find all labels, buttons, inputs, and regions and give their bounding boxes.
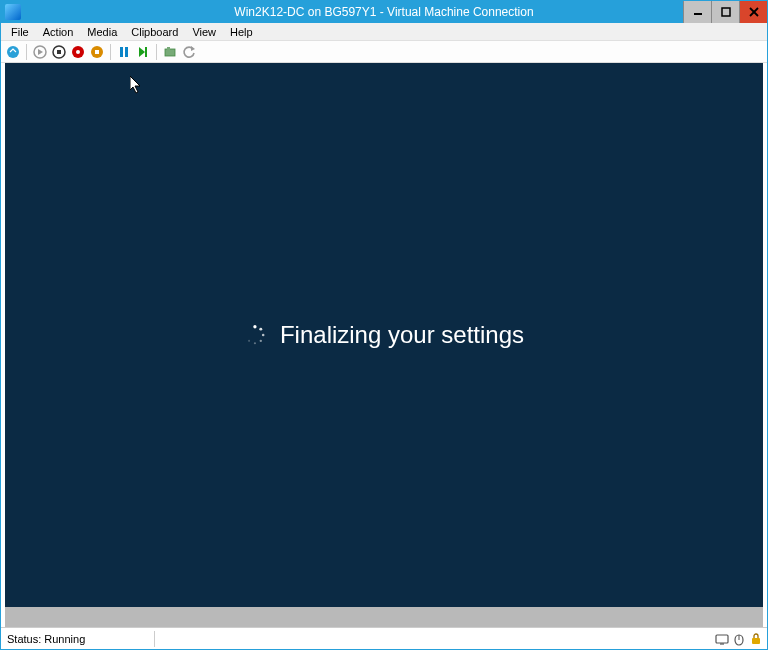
pause-button[interactable] <box>116 44 132 60</box>
svg-rect-17 <box>165 49 175 56</box>
viewport-wrap: Finalizing your settings <box>1 63 767 627</box>
svg-rect-8 <box>57 50 61 54</box>
svg-point-22 <box>262 334 265 337</box>
svg-point-10 <box>76 50 80 54</box>
menu-help[interactable]: Help <box>224 25 259 39</box>
menu-media[interactable]: Media <box>81 25 123 39</box>
spinner-icon <box>244 324 266 346</box>
vm-connection-window: Win2K12-DC on BG597Y1 - Virtual Machine … <box>0 0 768 650</box>
viewport-bottom-bar <box>5 607 763 627</box>
svg-rect-18 <box>167 47 170 50</box>
start-button[interactable] <box>32 44 48 60</box>
toolbar <box>1 41 767 63</box>
reset-button[interactable] <box>135 44 151 60</box>
mouse-icon[interactable] <box>732 632 746 646</box>
app-icon <box>5 4 21 20</box>
svg-marker-6 <box>38 49 43 55</box>
status-icons <box>715 632 763 646</box>
svg-rect-26 <box>716 635 728 643</box>
svg-point-21 <box>259 328 262 331</box>
ctrl-alt-del-button[interactable] <box>5 44 21 60</box>
svg-point-23 <box>260 340 262 342</box>
toolbar-separator <box>26 44 27 60</box>
svg-rect-13 <box>120 47 123 57</box>
svg-point-25 <box>248 340 250 342</box>
svg-point-24 <box>254 342 256 344</box>
svg-point-20 <box>253 325 256 328</box>
window-buttons <box>683 1 767 23</box>
guest-status: Finalizing your settings <box>244 321 524 349</box>
menu-file[interactable]: File <box>5 25 35 39</box>
status-text: Status: Running <box>5 631 155 647</box>
titlebar: Win2K12-DC on BG597Y1 - Virtual Machine … <box>1 1 767 23</box>
display-config-icon[interactable] <box>715 632 729 646</box>
svg-point-4 <box>7 46 19 58</box>
window-title: Win2K12-DC on BG597Y1 - Virtual Machine … <box>1 5 767 19</box>
svg-rect-14 <box>125 47 128 57</box>
save-button[interactable] <box>89 44 105 60</box>
turnoff-button[interactable] <box>51 44 67 60</box>
svg-rect-1 <box>722 8 730 16</box>
lock-icon[interactable] <box>749 632 763 646</box>
menubar: File Action Media Clipboard View Help <box>1 23 767 41</box>
menu-clipboard[interactable]: Clipboard <box>125 25 184 39</box>
svg-marker-19 <box>191 46 195 51</box>
toolbar-separator <box>110 44 111 60</box>
snapshot-button[interactable] <box>162 44 178 60</box>
guest-viewport[interactable]: Finalizing your settings <box>5 63 763 607</box>
guest-message: Finalizing your settings <box>280 321 524 349</box>
svg-rect-30 <box>752 638 760 644</box>
minimize-button[interactable] <box>683 1 711 23</box>
shutdown-button[interactable] <box>70 44 86 60</box>
menu-view[interactable]: View <box>186 25 222 39</box>
statusbar: Status: Running <box>1 627 767 649</box>
svg-rect-16 <box>145 47 147 57</box>
toolbar-separator <box>156 44 157 60</box>
svg-marker-15 <box>139 47 145 57</box>
revert-button[interactable] <box>181 44 197 60</box>
maximize-button[interactable] <box>711 1 739 23</box>
menu-action[interactable]: Action <box>37 25 80 39</box>
svg-rect-12 <box>95 50 99 54</box>
close-button[interactable] <box>739 1 767 23</box>
